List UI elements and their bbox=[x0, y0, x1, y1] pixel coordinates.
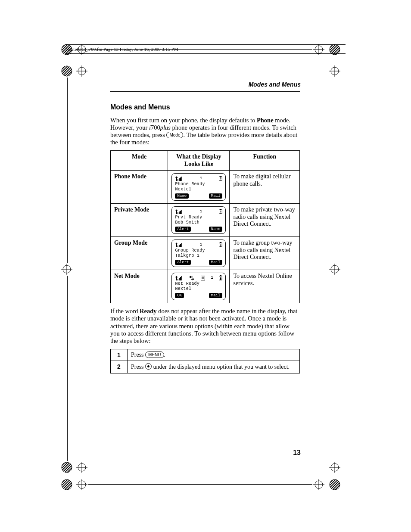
svg-rect-28 bbox=[179, 245, 180, 247]
svg-rect-37 bbox=[177, 279, 178, 280]
mode-function: To make digital cellular phone calls. bbox=[230, 171, 300, 204]
running-head: Modes and Menus bbox=[249, 81, 301, 88]
svg-rect-7 bbox=[177, 179, 178, 181]
step-number: 2 bbox=[111, 361, 128, 373]
lcd-screen: 1 Phone ReadyNextelNameMail bbox=[171, 173, 226, 201]
after-table-paragraph: If the word Ready does not appear after … bbox=[110, 308, 300, 345]
signal-icon bbox=[175, 209, 183, 214]
registration-mark-icon bbox=[328, 461, 341, 474]
svg-rect-23 bbox=[220, 211, 221, 212]
leader-line bbox=[67, 276, 68, 461]
svg-rect-24 bbox=[220, 212, 221, 213]
leader-line bbox=[335, 78, 335, 263]
mode-function: To access Nextel Online services. bbox=[230, 270, 300, 303]
battery-icon bbox=[219, 275, 222, 280]
svg-rect-18 bbox=[179, 212, 180, 214]
col-function: Function bbox=[230, 151, 300, 171]
svg-rect-30 bbox=[181, 243, 182, 247]
softkey-left: Name bbox=[175, 193, 189, 199]
lcd-line: Talkgrp 1 bbox=[175, 253, 222, 258]
mode-display: 1 Phone ReadyNextelNameMail bbox=[168, 171, 230, 204]
svg-rect-19 bbox=[180, 211, 181, 214]
mode-name: Private Mode bbox=[111, 204, 168, 237]
svg-rect-48 bbox=[220, 278, 221, 279]
svg-rect-10 bbox=[181, 177, 182, 181]
mode-name: Net Mode bbox=[111, 270, 168, 303]
registration-mark-icon bbox=[75, 478, 88, 491]
battery-icon bbox=[219, 209, 222, 214]
net-arrows-icon bbox=[189, 276, 195, 280]
table-row: Group Mode 1 Group ReadyTalkgrp 1AlertMa… bbox=[111, 237, 300, 270]
battery-icon bbox=[219, 176, 222, 181]
leader-line bbox=[67, 78, 68, 263]
softkey-right: Mail bbox=[209, 193, 223, 199]
intro-paragraph: When you first turn on your phone, the d… bbox=[110, 117, 300, 146]
page: NextelUG_i700.fm Page 13 Friday, June 16… bbox=[0, 0, 411, 532]
svg-rect-13 bbox=[220, 177, 221, 178]
text-italic: plus bbox=[160, 124, 171, 131]
mode-display: 1 Group ReadyTalkgrp 1AlertMail bbox=[168, 237, 230, 270]
modes-table: Mode What the Display Looks Like Functio… bbox=[110, 150, 300, 303]
svg-rect-35 bbox=[220, 246, 221, 247]
lcd-screen: 1 Prvt ReadyBob SmithAlertName bbox=[171, 206, 226, 234]
softkey-right: Mail bbox=[209, 293, 223, 298]
registration-mark-icon bbox=[75, 461, 88, 474]
svg-rect-8 bbox=[179, 178, 180, 181]
mode-display: 1 Net ReadyNextelOKMail bbox=[168, 270, 230, 303]
registration-mark-icon bbox=[60, 478, 73, 491]
text: If the word bbox=[110, 308, 140, 314]
print-header-text: NextelUG_i700.fm Page 13 Friday, June 16… bbox=[65, 47, 346, 52]
section-title: Modes and Menus bbox=[110, 103, 300, 112]
mode-function: To make group two-way radio calls using … bbox=[230, 237, 300, 270]
mode-function: To make private two-way radio calls usin… bbox=[230, 204, 300, 237]
print-header: NextelUG_i700.fm Page 13 Friday, June 16… bbox=[65, 44, 346, 54]
lcd-line: Group Ready bbox=[175, 248, 222, 253]
lcd-line: Prvt Ready bbox=[175, 215, 222, 220]
svg-rect-34 bbox=[220, 245, 221, 246]
softkey-left: Alert bbox=[175, 260, 191, 265]
registration-mark-icon bbox=[75, 65, 88, 78]
text-bold: Phone bbox=[257, 117, 274, 124]
softkey-right: Mail bbox=[209, 260, 223, 265]
table-row: Private Mode 1 Prvt ReadyBob SmithAlertN… bbox=[111, 204, 300, 237]
lcd-line: Nextel bbox=[175, 286, 222, 292]
registration-mark-icon bbox=[60, 461, 73, 474]
text: 700 bbox=[151, 124, 160, 131]
net-doc-icon bbox=[201, 276, 205, 280]
svg-rect-27 bbox=[177, 246, 178, 247]
table-row: Phone Mode 1 Phone ReadyNextelNameMailTo… bbox=[111, 171, 300, 204]
content-rule bbox=[110, 91, 300, 92]
svg-rect-9 bbox=[180, 177, 181, 181]
body: Modes and Menus When you first turn on y… bbox=[110, 103, 300, 373]
lcd-line: Nextel bbox=[175, 187, 222, 192]
col-mode: Mode bbox=[111, 151, 168, 171]
softkey-right: Name bbox=[209, 227, 223, 232]
registration-mark-icon bbox=[328, 478, 341, 491]
col-display: What the Display Looks Like bbox=[168, 151, 230, 171]
leader-line bbox=[335, 276, 335, 461]
leader-line bbox=[88, 484, 312, 485]
menu-key-icon: MENU bbox=[145, 352, 164, 358]
svg-rect-29 bbox=[180, 244, 181, 247]
softkey-left: OK bbox=[175, 293, 184, 298]
text: When you first turn on your phone, the d… bbox=[110, 117, 257, 124]
svg-rect-17 bbox=[177, 212, 178, 214]
signal-icon bbox=[175, 243, 183, 247]
select-key-icon bbox=[145, 363, 152, 370]
signal-icon bbox=[175, 276, 183, 280]
battery-icon bbox=[219, 242, 222, 247]
mode-name: Group Mode bbox=[111, 237, 168, 270]
svg-rect-25 bbox=[220, 213, 221, 214]
svg-rect-47 bbox=[220, 277, 221, 278]
table-row: Net Mode 1 Net ReadyNextelOKMailTo acces… bbox=[111, 270, 300, 303]
signal-icon bbox=[175, 176, 183, 181]
registration-mark-icon bbox=[60, 65, 73, 78]
svg-rect-20 bbox=[181, 210, 182, 214]
lcd-screen: 1 Group ReadyTalkgrp 1AlertMail bbox=[171, 240, 226, 267]
mode-name: Phone Mode bbox=[111, 171, 168, 204]
svg-rect-38 bbox=[179, 278, 180, 280]
table-header-row: Mode What the Display Looks Like Functio… bbox=[111, 151, 300, 171]
table-row: 1Press MENU. bbox=[111, 349, 300, 361]
lcd-line: Phone Ready bbox=[175, 182, 222, 187]
svg-rect-33 bbox=[220, 244, 221, 245]
